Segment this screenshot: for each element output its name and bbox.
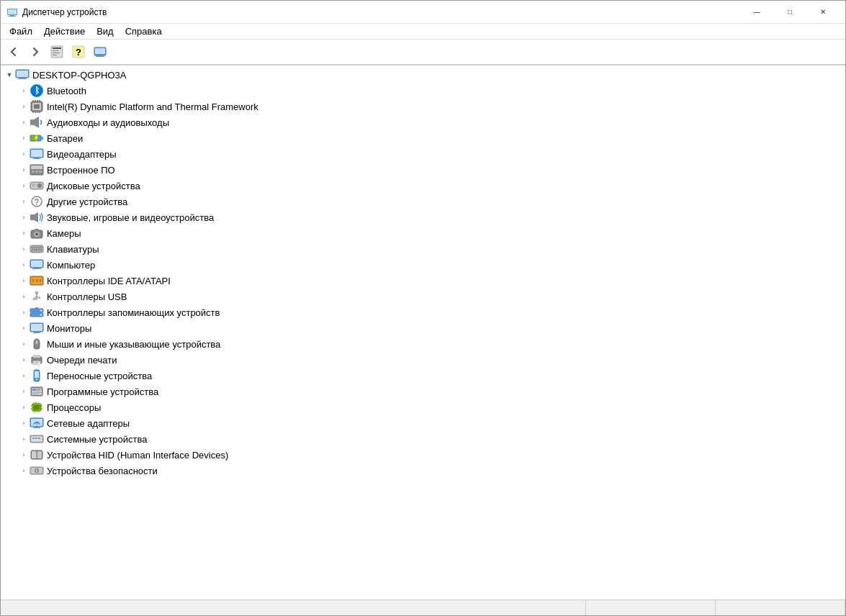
ide-chevron[interactable]: ›: [18, 275, 30, 286]
svg-rect-61: [38, 247, 40, 248]
svg-rect-100: [32, 389, 36, 391]
bluetooth-chevron[interactable]: ›: [18, 85, 30, 96]
tree-item-mice[interactable]: › Мыши и иные указывающие устройства: [1, 336, 845, 352]
root-chevron[interactable]: ▼: [4, 69, 15, 81]
disk-chevron[interactable]: ›: [18, 180, 30, 191]
monitors-chevron[interactable]: ›: [18, 322, 30, 334]
firmware-chevron[interactable]: ›: [18, 164, 30, 176]
tree-item-bluetooth[interactable]: › ᛒ Bluetooth: [1, 83, 845, 99]
app-icon: [6, 6, 18, 18]
tree-item-software[interactable]: › Программные устройства: [1, 384, 845, 399]
other-label: Другие устройства: [47, 196, 127, 207]
minimize-button[interactable]: —: [740, 1, 773, 24]
tree-item-ide[interactable]: › Контроллеры IDE ATA/ATAPI: [1, 273, 845, 289]
usb-label: Контроллеры USB: [47, 291, 127, 302]
keyboards-chevron[interactable]: ›: [18, 243, 30, 255]
tree-item-sound[interactable]: › Звуковые, игровые и видеоустройства: [1, 209, 845, 225]
usb-chevron[interactable]: ›: [18, 291, 30, 302]
processors-chevron[interactable]: ›: [18, 402, 30, 413]
menu-view[interactable]: Вид: [91, 24, 120, 38]
help-button[interactable]: ?: [68, 42, 89, 62]
cameras-label: Камеры: [47, 228, 81, 239]
processors-label: Процессоры: [47, 402, 101, 413]
svg-rect-63: [32, 249, 33, 250]
svg-rect-12: [95, 48, 105, 54]
svg-rect-94: [34, 363, 38, 364]
display-icon: [30, 147, 44, 161]
svg-point-55: [35, 233, 38, 236]
svg-text:?: ?: [76, 47, 81, 58]
hid-label: Устройства HID (Human Interface Devices): [47, 450, 228, 461]
tree-item-hid[interactable]: › Устройства HID (Human Interface Device…: [1, 447, 845, 463]
svg-rect-34: [41, 137, 43, 140]
svg-point-78: [33, 299, 35, 301]
svg-point-83: [40, 314, 42, 316]
hid-chevron[interactable]: ›: [18, 449, 30, 461]
menu-action[interactable]: Действие: [38, 24, 91, 38]
system-icon: [30, 432, 44, 446]
tree-item-other[interactable]: › ? Другие устройства: [1, 194, 845, 209]
computer-chevron[interactable]: ›: [18, 259, 30, 271]
tree-item-display[interactable]: › Видеоадаптеры: [1, 146, 845, 162]
security-chevron[interactable]: ›: [18, 465, 30, 476]
back-button[interactable]: [4, 42, 24, 62]
sound-chevron[interactable]: ›: [18, 212, 30, 223]
batteries-chevron[interactable]: ›: [18, 132, 30, 144]
menu-help[interactable]: Справка: [120, 24, 168, 38]
svg-rect-44: [39, 171, 42, 173]
tree-item-security[interactable]: › Устройства безопасности: [1, 463, 845, 479]
tree-item-batteries[interactable]: › Батареи: [1, 130, 845, 146]
tree-item-audio[interactable]: › Аудиовходы и аудиовыходы: [1, 114, 845, 130]
tree-item-storage[interactable]: › Контроллеры запоминающих устройств: [1, 304, 845, 320]
audio-chevron[interactable]: ›: [18, 117, 30, 128]
svg-rect-3: [8, 9, 17, 14]
portable-label: Переносные устройства: [47, 371, 152, 381]
menu-file[interactable]: Файл: [4, 24, 38, 38]
properties-button[interactable]: [47, 42, 67, 62]
security-label: Устройства безопасности: [47, 466, 158, 476]
tree-item-usb[interactable]: › Контроллеры USB: [1, 289, 845, 304]
display-chevron[interactable]: ›: [18, 148, 30, 160]
tree-item-intel-thermal[interactable]: › Intel(R: [1, 99, 845, 114]
svg-rect-8: [53, 55, 57, 55]
maximize-button[interactable]: □: [773, 1, 806, 24]
svg-rect-120: [33, 427, 40, 428]
svg-rect-87: [33, 332, 40, 333]
mice-chevron[interactable]: ›: [18, 338, 30, 350]
software-chevron[interactable]: ›: [18, 386, 30, 397]
software-icon: [30, 384, 44, 399]
tree-item-processors[interactable]: ›: [1, 399, 845, 415]
tree-item-system[interactable]: › Системные устройства: [1, 431, 845, 447]
intel-thermal-chevron[interactable]: ›: [18, 101, 30, 112]
monitors-label: Мониторы: [47, 323, 91, 334]
svg-rect-70: [32, 268, 41, 269]
tree-item-cameras[interactable]: › Камеры: [1, 225, 845, 241]
svg-rect-91: [33, 355, 40, 358]
svg-rect-49: [32, 186, 35, 186]
network-chevron[interactable]: ›: [18, 417, 30, 429]
portable-chevron[interactable]: ›: [18, 370, 30, 381]
other-chevron[interactable]: ›: [18, 196, 30, 207]
tree-item-portable[interactable]: › Переносные устройства: [1, 368, 845, 384]
storage-chevron[interactable]: ›: [18, 307, 30, 318]
forward-button[interactable]: [25, 42, 45, 62]
svg-rect-125: [32, 438, 35, 439]
tree-item-computer[interactable]: › Компьютер: [1, 257, 845, 273]
status-bar: [1, 599, 845, 615]
tree-item-disk[interactable]: › Дисковые устройства: [1, 178, 845, 194]
close-button[interactable]: ✕: [806, 1, 840, 24]
print-chevron[interactable]: ›: [18, 354, 30, 366]
svg-rect-58: [32, 247, 33, 248]
tree-item-keyboards[interactable]: › Клавиатуры: [1, 241, 845, 257]
tree-root-node[interactable]: ▼ DESKTOP-QGPHO3A: [1, 67, 845, 83]
bluetooth-icon: ᛒ: [30, 83, 44, 98]
tree-item-firmware[interactable]: › Встроенное ПО: [1, 162, 845, 178]
tree-item-print[interactable]: › Очереди печати: [1, 352, 845, 368]
tree-panel[interactable]: ▼ DESKTOP-QGPHO3A › ᛒ: [1, 65, 845, 599]
system-chevron[interactable]: ›: [18, 433, 30, 445]
tree-item-monitors[interactable]: › Мониторы: [1, 320, 845, 336]
device-manager-button[interactable]: [90, 42, 110, 62]
cameras-chevron[interactable]: ›: [18, 227, 30, 239]
tree-item-network[interactable]: › Сетевые адаптеры: [1, 415, 845, 431]
window-title: Диспетчер устройств: [22, 7, 740, 17]
